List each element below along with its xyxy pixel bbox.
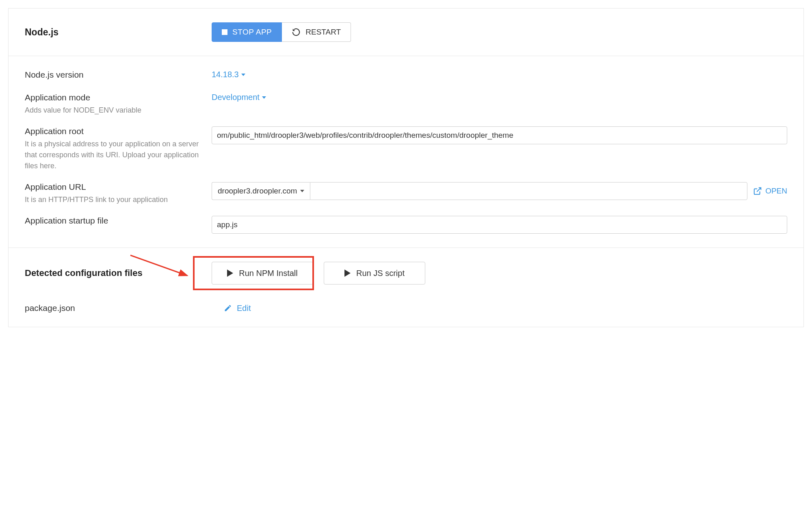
run-npm-install-button[interactable]: Run NPM Install bbox=[212, 262, 313, 285]
external-link-icon bbox=[753, 187, 762, 196]
restart-app-button[interactable]: RESTART bbox=[282, 22, 351, 42]
caret-down-icon bbox=[262, 96, 266, 99]
app-mode-dropdown[interactable]: Development bbox=[212, 93, 266, 102]
edit-config-link[interactable]: Edit bbox=[224, 304, 251, 313]
app-url-domain-dropdown[interactable]: droopler3.droopler.com bbox=[212, 182, 310, 200]
run-js-script-label: Run JS script bbox=[356, 269, 405, 278]
edit-config-label: Edit bbox=[237, 304, 251, 313]
config-files-heading: Detected configuration files bbox=[25, 268, 212, 278]
play-icon bbox=[344, 269, 351, 277]
startup-file-label: Application startup file bbox=[25, 216, 199, 226]
caret-down-icon bbox=[300, 190, 304, 192]
app-url-label: Application URL bbox=[25, 182, 199, 192]
stop-app-button[interactable]: STOP APP bbox=[212, 22, 282, 42]
app-url-domain-value: droopler3.droopler.com bbox=[218, 187, 297, 196]
restart-label: RESTART bbox=[305, 28, 341, 37]
nodejs-version-dropdown[interactable]: 14.18.3 bbox=[212, 70, 245, 79]
pencil-icon bbox=[224, 304, 232, 312]
app-root-label: Application root bbox=[25, 126, 199, 136]
stop-app-label: STOP APP bbox=[232, 28, 272, 37]
stop-icon bbox=[222, 29, 227, 35]
app-control-buttons: STOP APP RESTART bbox=[212, 22, 351, 42]
play-icon bbox=[227, 269, 233, 277]
app-root-input[interactable] bbox=[212, 126, 787, 144]
svg-line-0 bbox=[757, 188, 761, 192]
run-npm-install-label: Run NPM Install bbox=[239, 269, 298, 278]
app-url-help: It is an HTTP/HTTPS link to your applica… bbox=[25, 194, 199, 205]
restart-icon bbox=[292, 28, 301, 37]
app-mode-label: Application mode bbox=[25, 93, 199, 102]
app-url-path-input[interactable] bbox=[310, 182, 747, 200]
run-js-script-button[interactable]: Run JS script bbox=[324, 262, 425, 285]
page-title: Node.js bbox=[25, 27, 212, 38]
config-file-name: package.json bbox=[25, 303, 224, 313]
app-root-help: It is a physical address to your applica… bbox=[25, 139, 199, 172]
app-mode-help: Adds value for NODE_ENV variable bbox=[25, 105, 199, 116]
open-url-link[interactable]: OPEN bbox=[753, 187, 787, 196]
startup-file-input[interactable] bbox=[212, 216, 787, 234]
caret-down-icon bbox=[241, 74, 245, 76]
open-url-label: OPEN bbox=[765, 187, 787, 196]
app-mode-value: Development bbox=[212, 93, 260, 102]
nodejs-version-value: 14.18.3 bbox=[212, 70, 239, 79]
nodejs-version-label: Node.js version bbox=[25, 70, 199, 80]
